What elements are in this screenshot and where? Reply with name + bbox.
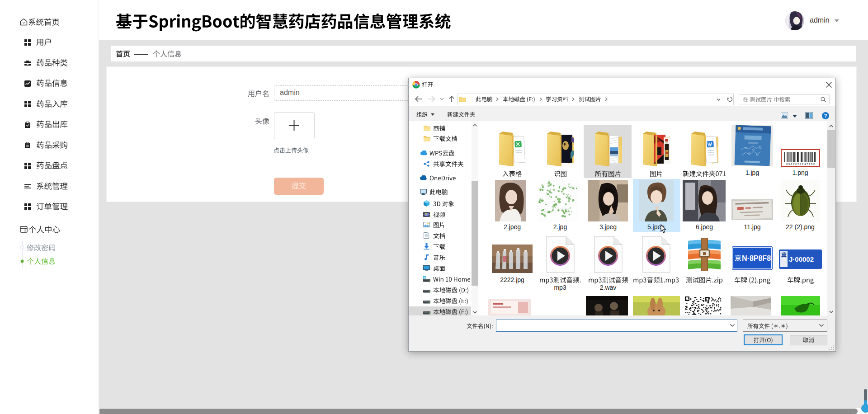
svg-text:J·00002: J·00002: [789, 255, 814, 263]
svg-text:N·8P8F8: N·8P8F8: [742, 254, 771, 262]
svg-text:?: ?: [824, 113, 827, 118]
svg-text:6 9 5 7 2 7 0 7 4 7 5 5 2: 6 9 5 7 2 7 0 7 4 7 5 5 2: [786, 163, 815, 165]
